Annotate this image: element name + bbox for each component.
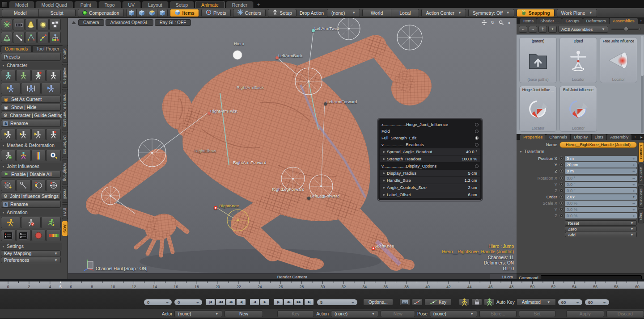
hud-row-full-strength-edit[interactable]: Full_Strength_Edit (378, 134, 482, 141)
rig-label-rightelbow[interactable]: RightElbow (195, 148, 216, 153)
set-as-current-button[interactable]: ◉Set As Current (1, 96, 61, 103)
radio-icon[interactable] (475, 164, 479, 168)
rig-label-hiero[interactable]: Hiero (234, 41, 244, 46)
guide-apply-icon[interactable] (41, 83, 61, 94)
menubar-tab-model[interactable]: Model (9, 1, 34, 8)
prop-tab-lists[interactable]: Lists (592, 134, 607, 140)
compensation-button[interactable]: Compensation (78, 9, 124, 17)
order-dropdown[interactable]: ZXY▼ (565, 194, 637, 200)
panel-tab-assemblies[interactable]: Assemblies (610, 18, 638, 24)
actor-dropdown[interactable]: (none)▼ (174, 311, 222, 317)
rig-handle-leftlegforward[interactable] (307, 197, 310, 200)
rotation-field-z[interactable]: 0.0 °◂▸ (565, 188, 637, 193)
proxy-figure-icon[interactable] (31, 150, 46, 161)
options-button[interactable]: Options... (363, 298, 393, 306)
biped-badge-icon[interactable] (31, 70, 46, 81)
key-panel-b-icon[interactable] (16, 230, 31, 241)
channel-toggle-icon[interactable] (559, 195, 564, 199)
cage-icon[interactable] (25, 32, 37, 43)
channel-toggle-icon[interactable] (559, 163, 564, 167)
walk-export-icon[interactable] (1, 217, 21, 228)
viewport-tab-advanced-opengl[interactable]: Advanced OpenGL (106, 19, 153, 26)
menubar-tab-animate[interactable]: Animate (195, 1, 225, 8)
record-icon[interactable] (31, 230, 46, 241)
discard-button[interactable]: Discard (606, 311, 644, 317)
pyramid-axes-icon[interactable] (1, 32, 13, 43)
section-settings[interactable]: ▼Settings (0, 243, 62, 250)
guide-arrow-icon[interactable] (1, 83, 21, 94)
range-start-field[interactable]: 0◂▸ (144, 299, 172, 306)
preset-path-dropdown[interactable]: ACS Assemblies▼ (558, 26, 608, 33)
pose-dropdown[interactable]: (none)▼ (430, 311, 477, 317)
work-plane-dropdown[interactable]: Work Plane▼ (557, 9, 597, 17)
prop-tab-channels[interactable]: Channels (546, 134, 570, 140)
rig-handle-leftarmback[interactable] (275, 56, 279, 59)
prop-vtab-tags[interactable]: Tags (638, 209, 644, 223)
channel-toggle-icon[interactable] (559, 176, 564, 180)
zoom-icon[interactable] (498, 20, 504, 25)
rig-label-leftlegforward[interactable]: LeftLegForward (310, 193, 340, 198)
joint-apply-icon[interactable] (31, 180, 46, 191)
centers-button[interactable]: Centers (233, 9, 266, 17)
assembly-roll-joint-influence[interactable]: Roll Joint InfluenceLocator (559, 86, 597, 132)
polygons-mode-button[interactable] (147, 9, 157, 17)
panel-tab-items[interactable]: Items (520, 18, 537, 24)
new-actor-button[interactable]: New (225, 311, 263, 317)
items-mode-button[interactable]: Items (170, 9, 199, 17)
transport-button-9[interactable]: ▶| (304, 298, 314, 306)
transport-button-3[interactable]: ◀| (236, 298, 246, 306)
channel-toggle-icon[interactable] (559, 169, 564, 173)
rig-handle-rightknee[interactable] (214, 206, 217, 210)
joint-probe-icon[interactable] (16, 180, 31, 191)
scale-field-y[interactable]: 0.0 %◂▸ (565, 207, 637, 212)
channel-toggle-icon[interactable] (559, 207, 564, 211)
prop-vtab-user-ch[interactable]: User Ch (638, 164, 644, 184)
preferences-dropdown[interactable]: Preferences▼ (1, 257, 61, 263)
item-name-field[interactable]: Hiero__RightKnee_Handle (JointInf) (559, 142, 637, 148)
hud-row-xhinge-joint-influence[interactable]: x...................Hinge_Joint_Influenc… (378, 121, 482, 128)
transport-button-8[interactable]: ▶▶ (294, 298, 304, 306)
key-button[interactable]: Key (424, 298, 452, 306)
rig-label-rightlegforward[interactable]: RightLegForward (272, 187, 305, 192)
channel-toggle-icon[interactable] (559, 214, 564, 218)
rig-label-leftknee[interactable]: LeftKnee (377, 243, 394, 248)
retarget-1-icon[interactable] (1, 129, 16, 140)
radio-icon[interactable] (475, 130, 479, 133)
viewport-tab-camera[interactable]: Camera (78, 19, 104, 26)
rig-handle-leftknee[interactable] (372, 247, 375, 250)
menubar-tab-uv[interactable]: UV (122, 1, 141, 8)
section-meshes-deformation[interactable]: ▼Meshes & Deformation (0, 142, 62, 149)
side-vtab-deformers[interactable]: Deformers (62, 132, 68, 158)
transport-button-6[interactable]: |▶ (273, 298, 283, 306)
assembly-biped[interactable]: BipedLocator (559, 37, 597, 83)
hud-row-label-offset[interactable]: Label_Offset6 cm (380, 191, 480, 198)
biped-white-icon[interactable] (46, 70, 61, 81)
presets-bar[interactable]: Presets (1, 53, 61, 61)
current-frame-field[interactable]: 0◂▸ (174, 299, 203, 306)
add-icon[interactable]: + (548, 26, 557, 33)
lock-icon[interactable] (471, 298, 482, 306)
action-dropdown[interactable]: (none)▼ (331, 311, 378, 317)
menubar-tab-setup[interactable]: Setup (169, 1, 194, 8)
menubar-tab-model-quad[interactable]: Model Quad (35, 1, 73, 8)
hud-row-vreadouts[interactable]: v...................Readouts (378, 141, 482, 148)
transport-button-2[interactable]: ◀● (226, 298, 236, 306)
channel-toggle-icon[interactable] (559, 156, 564, 160)
rig-label-rightarmtwist[interactable]: RightArmTwist (210, 109, 237, 113)
position-field-position-x[interactable]: 0 m◂▸ (565, 156, 637, 161)
pivots-button[interactable]: Pivots (201, 9, 231, 17)
viewport-menu-icon[interactable]: ▸ (506, 20, 513, 25)
hud-row-handle-size[interactable]: Handle_Size1.2 cm (380, 177, 480, 184)
rig-label-rightknee[interactable]: RightKnee (219, 203, 239, 208)
transport-button-1[interactable]: ◀◀ (216, 298, 225, 306)
transport-button-0[interactable]: |◀ (205, 298, 215, 306)
edges-mode-button[interactable] (136, 9, 147, 17)
preview-icon[interactable] (399, 298, 410, 306)
transform-header[interactable]: ▼Transform (519, 149, 637, 154)
autokey-figure-icon[interactable] (484, 298, 495, 306)
character-guide-settings-button[interactable]: ⚙Character | Guide Settings (1, 112, 61, 119)
drop-action-dropdown[interactable]: (none)▼ (327, 9, 360, 17)
side-vtab-setup[interactable]: Setup (62, 45, 68, 63)
channel-toggle-icon[interactable] (559, 189, 564, 193)
rig-label-rightarmback[interactable]: RightArmBack (237, 85, 264, 90)
